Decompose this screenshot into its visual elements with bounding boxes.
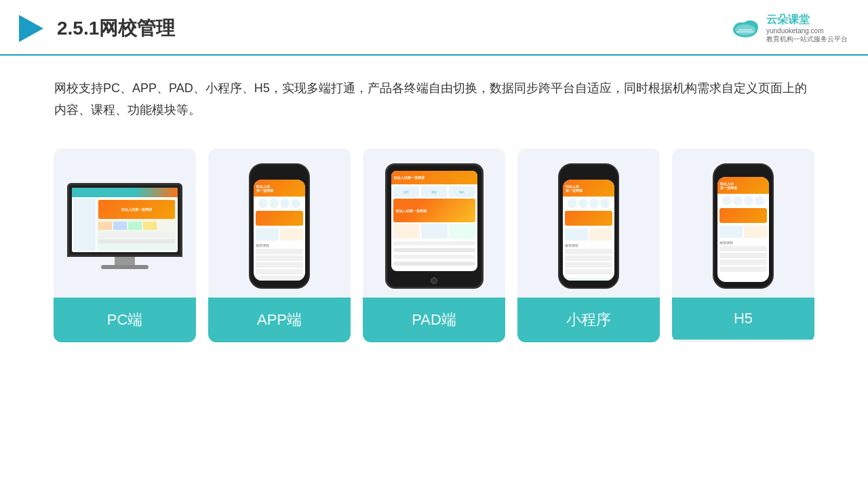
card-app-image: 职达人的第一堂网课 推 [208,148,351,298]
page-header: 2.5.1网校管理 云朵课堂 yunduoketang.com 教育机构一站式服… [0,0,868,56]
svg-marker-0 [19,15,43,42]
card-mini-image: 职达人的第一堂网课 推 [517,148,660,298]
card-h5-image: 职达人的第一堂网课 推 [672,148,814,298]
card-h5-label: H5 [672,298,814,340]
cloud-logo-icon [728,15,762,42]
logo-tagline: 教育机构一站式服务云平台 [766,35,848,44]
description-text: 网校支持PC、APP、PAD、小程序、H5，实现多端打通，产品各终端自由切换，数… [0,56,868,135]
card-pc: 职达人的第一堂网课 [54,148,196,342]
logo-url: yunduoketang.com [766,27,824,35]
card-h5: 职达人的第一堂网课 推 [672,148,814,342]
app-phone-icon: 职达人的第一堂网课 推 [249,163,310,289]
mini-phone-icon: 职达人的第一堂网课 推 [558,163,619,289]
h5-phone-icon: 职达人的第一堂网课 推 [713,163,774,289]
card-app: 职达人的第一堂网课 推 [208,148,351,342]
card-pad: 职达人的第一堂网课 首页 课程 我的 职达人的第一堂网课 [363,148,505,342]
card-pc-label: PC端 [54,298,196,342]
header-left: 2.5.1网校管理 [14,12,175,45]
card-app-label: APP端 [208,298,351,342]
page-title: 2.5.1网校管理 [57,16,175,41]
play-icon [14,12,46,45]
card-pad-image: 职达人的第一堂网课 首页 课程 我的 职达人的第一堂网课 [363,148,505,298]
pad-tablet-icon: 职达人的第一堂网课 首页 课程 我的 职达人的第一堂网课 [385,163,484,289]
cards-container: 职达人的第一堂网课 [0,135,868,363]
logo-area: 云朵课堂 yunduoketang.com 教育机构一站式服务云平台 [728,13,848,44]
logo-name: 云朵课堂 [766,13,810,27]
card-pad-label: PAD端 [363,298,505,342]
card-pc-image: 职达人的第一堂网课 [54,148,196,298]
pc-monitor-icon: 职达人的第一堂网课 [67,183,182,269]
card-mini-label: 小程序 [517,298,660,342]
logo-text: 云朵课堂 yunduoketang.com 教育机构一站式服务云平台 [766,13,848,44]
card-mini: 职达人的第一堂网课 推 [517,148,660,342]
